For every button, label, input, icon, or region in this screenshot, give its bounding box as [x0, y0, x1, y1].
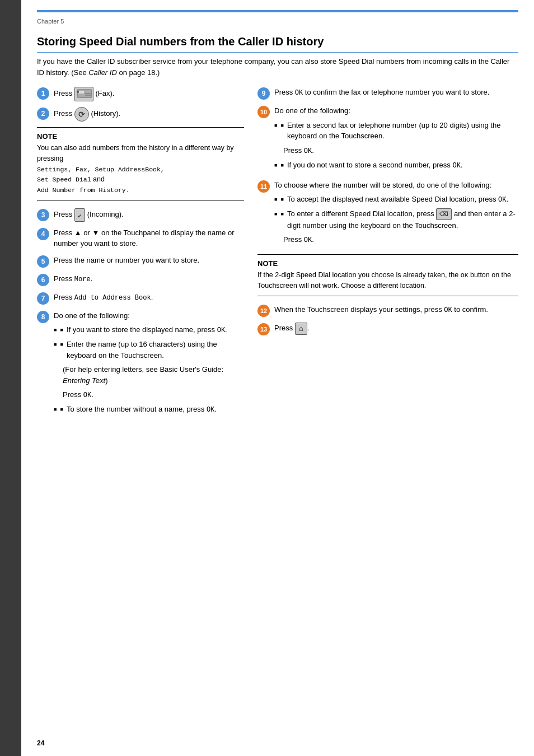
step-12-text: When the Touchscreen displays your setti…	[274, 304, 518, 315]
step-8-sub-2: Press OK.	[63, 389, 244, 400]
backspace-icon: ⌫	[436, 208, 452, 220]
step-num-1: 1	[37, 87, 49, 100]
svg-rect-3	[85, 95, 91, 96]
step-num-4: 4	[37, 228, 49, 240]
step-num-13: 13	[257, 323, 270, 335]
svg-rect-1	[78, 91, 84, 94]
step-num-5: 5	[37, 255, 49, 268]
step-9: 9 Press OK to confirm the fax or telepho…	[257, 87, 518, 100]
step-num-12: 12	[257, 305, 270, 317]
step-11-text: To choose where the number will be store…	[274, 180, 518, 249]
right-column: 9 Press OK to confirm the fax or telepho…	[257, 87, 518, 424]
step-10: 10 Do one of the following: ■ Enter a se…	[257, 105, 518, 174]
step-11: 11 To choose where the number will be st…	[257, 180, 518, 249]
step-num-9: 9	[257, 87, 270, 100]
step-10-text: Do one of the following: ■ Enter a secon…	[274, 105, 518, 174]
step-11-bullet-1: ■ To accept the displayed next available…	[274, 194, 518, 205]
step-num-2: 2	[37, 108, 49, 120]
left-sidebar	[0, 0, 21, 756]
incoming-button-icon: ↙	[74, 208, 85, 222]
home-button-icon: ⌂	[295, 323, 307, 335]
step-10-bullets-2: ■ If you do not want to store a second n…	[274, 160, 518, 171]
chapter-label: Chapter 5	[37, 18, 518, 25]
step-num-7: 7	[37, 292, 49, 305]
note-2-title: NOTE	[257, 259, 518, 268]
step-3-text: Press ↙ (Incoming).	[54, 208, 244, 222]
step-8-bullet-1: ■ If you want to store the displayed nam…	[54, 324, 244, 335]
history-button-icon: ⟳	[74, 107, 89, 122]
step-8-bullets: ■ If you want to store the displayed nam…	[54, 324, 244, 361]
step-2: 2 Press ⟳ (History).	[37, 107, 244, 122]
step-num-6: 6	[37, 274, 49, 286]
step-6-text: Press More.	[54, 273, 244, 284]
step-1-text: Press (Fax).	[54, 87, 244, 101]
svg-rect-2	[85, 93, 91, 94]
intro-paragraph: If you have the Caller ID subscriber ser…	[37, 56, 518, 78]
step-7: 7 Press Add to Address Book.	[37, 292, 244, 305]
step-13: 13 Press ⌂.	[257, 323, 518, 335]
page-number: 24	[37, 739, 44, 747]
page-container: Chapter 5 Storing Speed Dial numbers fro…	[0, 0, 534, 756]
step-num-10: 10	[257, 106, 270, 118]
note-2-text: If the 2-digit Speed Dial location you c…	[257, 270, 518, 291]
step-8-bullet-2: ■ Enter the name (up to 16 characters) u…	[54, 339, 244, 361]
section-title: Storing Speed Dial numbers from the Call…	[37, 35, 518, 53]
step-10-bullets: ■ Enter a second fax or telephone number…	[274, 120, 518, 142]
step-8-sub-1: (For help entering letters, see Basic Us…	[63, 364, 244, 386]
step-num-3: 3	[37, 209, 49, 221]
step-2-text: Press ⟳ (History).	[54, 107, 244, 122]
step-num-11: 11	[257, 180, 270, 193]
fax-button-icon	[74, 87, 93, 101]
step-1: 1 Press (Fax).	[37, 87, 244, 101]
step-5-text: Press the name or number you want to sto…	[54, 255, 244, 266]
note-1-title: NOTE	[37, 132, 244, 141]
step-8-bullet-3: ■ To store the number without a name, pr…	[54, 404, 244, 415]
step-10-sub-1: Press OK.	[283, 145, 518, 156]
step-3: 3 Press ↙ (Incoming).	[37, 208, 244, 222]
step-8-text: Do one of the following: ■ If you want t…	[54, 310, 244, 419]
step-12: 12 When the Touchscreen displays your se…	[257, 304, 518, 317]
note-1-text: You can also add numbers from the histor…	[37, 143, 244, 195]
step-10-bullet-2: ■ If you do not want to store a second n…	[274, 160, 518, 171]
two-column-layout: 1 Press (Fax).	[37, 87, 518, 424]
note-box-2: NOTE If the 2-digit Speed Dial location …	[257, 254, 518, 296]
left-column: 1 Press (Fax).	[37, 87, 244, 424]
intro-italic: Caller ID	[88, 68, 117, 77]
step-4: 4 Press ▲ or ▼ on the Touchpanel to disp…	[37, 227, 244, 249]
step-10-bullet-1: ■ Enter a second fax or telephone number…	[274, 120, 518, 142]
step-8-bullets-2: ■ To store the number without a name, pr…	[54, 404, 244, 415]
step-7-text: Press Add to Address Book.	[54, 292, 244, 303]
note-box-1: NOTE You can also add numbers from the h…	[37, 127, 244, 200]
step-11-bullets: ■ To accept the displayed next available…	[274, 194, 518, 231]
step-num-8: 8	[37, 311, 49, 323]
step-8: 8 Do one of the following: ■ If you want…	[37, 310, 244, 419]
step-5: 5 Press the name or number you want to s…	[37, 255, 244, 268]
step-13-text: Press ⌂.	[274, 323, 518, 335]
step-11-bullet-2: ■ To enter a different Speed Dial locati…	[274, 208, 518, 231]
step-6: 6 Press More.	[37, 273, 244, 286]
step-9-text: Press OK to confirm the fax or telephone…	[274, 87, 518, 98]
intro-end: on page 18.)	[117, 68, 160, 77]
top-border	[37, 10, 518, 12]
step-11-sub-1: Press OK.	[283, 234, 518, 245]
step-4-text: Press ▲ or ▼ on the Touchpanel to displa…	[54, 227, 244, 249]
page-content: Chapter 5 Storing Speed Dial numbers fro…	[21, 0, 534, 756]
